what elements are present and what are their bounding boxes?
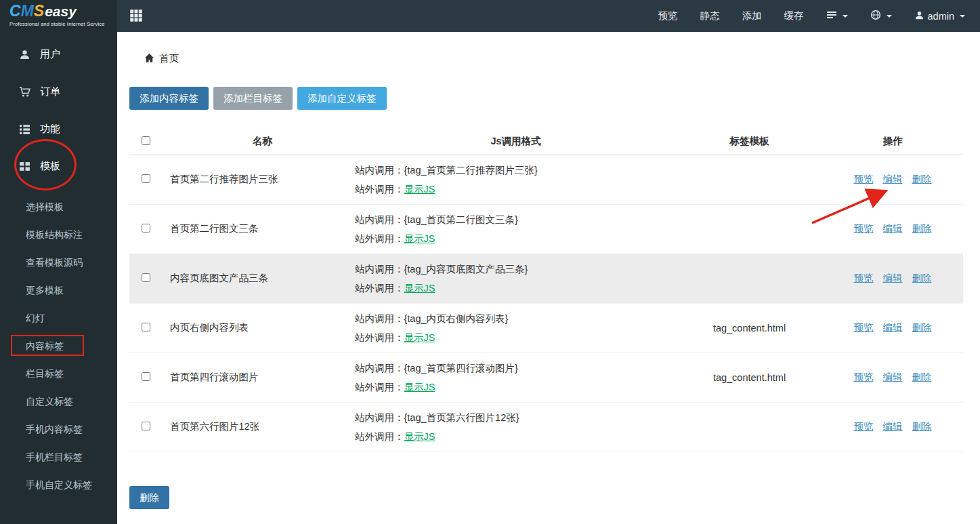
delete-link[interactable]: 删除 <box>912 421 932 432</box>
caret-down-icon <box>960 15 965 18</box>
tag-template <box>677 204 822 254</box>
nav-cache[interactable]: 缓存 <box>784 9 804 22</box>
tag-template: tag_content.html <box>677 352 822 402</box>
table-row: 首页第六行图片12张 站内调用：{tag_首页第六行图片12张} 站外调用：显示… <box>129 402 963 451</box>
user-icon <box>19 49 30 60</box>
row-checkbox[interactable] <box>142 174 150 183</box>
breadcrumb: 首页 <box>117 32 980 75</box>
sidebar-item-user[interactable]: 用户 <box>0 36 117 73</box>
sidebar-subitem-mobile-content-tags[interactable]: 手机内容标签 <box>0 416 117 443</box>
sidebar-subitem-choose-template[interactable]: 选择模板 <box>0 193 117 221</box>
edit-link[interactable]: 编辑 <box>883 174 903 184</box>
row-checkbox[interactable] <box>142 422 150 430</box>
tags-table: 名称 Js调用格式 标签模板 操作 首页第二行推荐图片三张 站内调用：{tag_… <box>129 129 963 452</box>
logo-tagline: Professional and stable Internet Service <box>9 21 117 27</box>
edit-link[interactable]: 编辑 <box>883 371 903 382</box>
sidebar-subitem-mobile-column-tags[interactable]: 手机栏目标签 <box>0 443 117 471</box>
add-column-tag-button[interactable]: 添加栏目标签 <box>213 87 293 110</box>
preview-link[interactable]: 预览 <box>854 223 874 234</box>
show-js-link[interactable]: 显示JS <box>404 332 435 343</box>
edit-link[interactable]: 编辑 <box>883 223 903 234</box>
show-js-link[interactable]: 显示JS <box>404 184 435 195</box>
bulk-delete-button[interactable]: 删除 <box>129 486 169 509</box>
sidebar-subitem-view-source[interactable]: 查看模板源码 <box>0 249 117 277</box>
add-content-tag-button[interactable]: 添加内容标签 <box>129 87 209 110</box>
main-content: 首页 添加内容标签 添加栏目标签 添加自定义标签 名称 Js调用格式 标签模板 … <box>117 32 980 524</box>
row-checkbox[interactable] <box>142 323 150 331</box>
show-js-link[interactable]: 显示JS <box>404 233 435 244</box>
row-checkbox[interactable] <box>142 273 150 282</box>
sidebar-item-order[interactable]: 订单 <box>0 73 117 110</box>
sidebar-subitem-slides[interactable]: 幻灯 <box>0 304 117 332</box>
preview-link[interactable]: 预览 <box>854 421 874 432</box>
table-row: 首页第四行滚动图片 站内调用：{tag_首页第四行滚动图片} 站外调用：显示JS… <box>129 352 963 402</box>
sidebar-toggle-icon[interactable] <box>129 9 143 25</box>
table-row: 内页右侧内容列表 站内调用：{tag_内页右侧内容列表} 站外调用：显示JS t… <box>129 303 963 352</box>
logo: CMSeasy Professional and stable Internet… <box>0 0 117 32</box>
language-dropdown[interactable] <box>870 9 892 22</box>
preview-link[interactable]: 预览 <box>854 322 874 333</box>
template-submenu: 选择模板 模板结构标注 查看模板源码 更多模板 幻灯 内容标签 栏目标签 自定义… <box>0 193 117 499</box>
js-in-call: 站内调用：{tag_首页第二行图文三条} <box>355 210 677 229</box>
admin-label: admin <box>928 11 955 22</box>
table-row: 首页第二行图文三条 站内调用：{tag_首页第二行图文三条} 站外调用：显示JS… <box>129 204 963 254</box>
delete-link[interactable]: 删除 <box>912 174 932 184</box>
edit-link[interactable]: 编辑 <box>883 421 903 432</box>
globe-icon <box>870 9 881 22</box>
menu-dropdown[interactable] <box>826 9 848 22</box>
js-in-call: 站内调用：{tag_首页第二行推荐图片三张} <box>355 161 677 180</box>
js-in-call: 站内调用：{tag_首页第六行图片12张} <box>355 408 677 427</box>
js-out-prefix: 站外调用： <box>355 283 404 294</box>
cart-icon <box>19 86 30 98</box>
sidebar-subitem-content-tags[interactable]: 内容标签 <box>0 332 117 360</box>
row-checkbox[interactable] <box>142 224 150 233</box>
logo-text: CMSeasy <box>9 2 77 20</box>
admin-menu[interactable]: admin <box>914 10 966 22</box>
sidebar-subitem-column-tags[interactable]: 栏目标签 <box>0 360 117 388</box>
tag-name: 内容页底图文产品三条 <box>162 254 355 303</box>
show-js-link[interactable]: 显示JS <box>404 283 435 294</box>
sidebar: 用户 订单 功能 模板 选择模板 模板结构标注 查看模板源码 更多模板 幻灯 内… <box>0 32 117 524</box>
js-out-prefix: 站外调用： <box>355 332 404 343</box>
tag-template <box>677 254 822 303</box>
sidebar-item-template[interactable]: 模板 <box>0 148 117 185</box>
preview-link[interactable]: 预览 <box>854 174 874 184</box>
nav-static[interactable]: 静态 <box>700 9 720 22</box>
sidebar-subitem-mobile-custom-tags[interactable]: 手机自定义标签 <box>0 471 117 499</box>
select-all-checkbox[interactable] <box>142 136 150 145</box>
tag-name: 首页第四行滚动图片 <box>162 352 355 402</box>
edit-link[interactable]: 编辑 <box>883 273 903 283</box>
sidebar-subitem-custom-tags[interactable]: 自定义标签 <box>0 388 117 416</box>
js-in-call: 站内调用：{tag_内容页底图文产品三条} <box>355 260 677 279</box>
nav-add[interactable]: 添加 <box>742 9 762 22</box>
sidebar-item-label: 订单 <box>40 85 60 98</box>
th-list-icon <box>19 123 30 135</box>
breadcrumb-home[interactable]: 首页 <box>159 52 179 65</box>
table-row: 首页第二行推荐图片三张 站内调用：{tag_首页第二行推荐图片三张} 站外调用：… <box>129 155 963 204</box>
delete-link[interactable]: 删除 <box>912 223 932 234</box>
show-js-link[interactable]: 显示JS <box>404 382 435 392</box>
add-custom-tag-button[interactable]: 添加自定义标签 <box>297 87 387 110</box>
delete-link[interactable]: 删除 <box>912 273 932 283</box>
edit-link[interactable]: 编辑 <box>883 322 903 333</box>
js-out-prefix: 站外调用： <box>355 382 404 392</box>
delete-link[interactable]: 删除 <box>912 322 932 333</box>
footer-actions: 删除 <box>129 486 980 509</box>
nav-preview[interactable]: 预览 <box>658 9 678 22</box>
top-nav: 预览 静态 添加 缓存 admin <box>658 0 966 32</box>
tag-template: tag_content.html <box>677 303 822 352</box>
preview-link[interactable]: 预览 <box>854 273 874 283</box>
sidebar-subitem-more-templates[interactable]: 更多模板 <box>0 277 117 304</box>
sidebar-subitem-template-structure[interactable]: 模板结构标注 <box>0 221 117 249</box>
preview-link[interactable]: 预览 <box>854 371 874 382</box>
sidebar-item-function[interactable]: 功能 <box>0 110 117 148</box>
user-icon <box>914 10 924 22</box>
tag-template <box>677 155 822 204</box>
tag-name: 首页第六行图片12张 <box>162 402 355 451</box>
delete-link[interactable]: 删除 <box>912 371 932 382</box>
js-in-call: 站内调用：{tag_首页第四行滚动图片} <box>355 359 677 378</box>
header-template: 标签模板 <box>677 129 822 155</box>
row-checkbox[interactable] <box>142 372 150 381</box>
js-in-call: 站内调用：{tag_内页右侧内容列表} <box>355 309 677 328</box>
show-js-link[interactable]: 显示JS <box>404 431 435 442</box>
